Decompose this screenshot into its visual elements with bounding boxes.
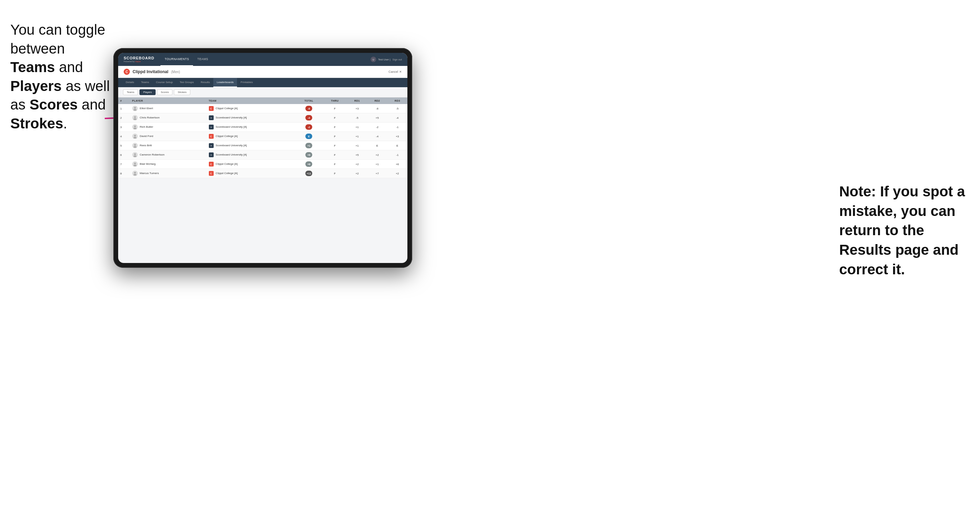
player-avatar — [132, 115, 138, 121]
sub-tab-tee-groups[interactable]: Tee Groups — [176, 78, 197, 87]
team-name: Clippd College [A] — [216, 135, 238, 138]
navbar-tab-teams[interactable]: TEAMS — [193, 53, 212, 66]
team-name: Scoreboard University [A] — [216, 116, 247, 119]
table-row: 2 Chris Robertson ≡ Scoreboard Universit… — [118, 113, 407, 122]
player-name: Rees Britt — [140, 144, 152, 147]
navbar: SCOREBOARD Powered by clippd TOURNAMENTS… — [118, 53, 407, 66]
tournament-name: C Clippd Invitational (Men) — [124, 69, 180, 75]
player-avatar — [132, 124, 138, 130]
total-badge: +1 — [305, 143, 312, 148]
player-avatar — [132, 171, 138, 176]
right-annotation: Note: If you spot a mistake, you can ret… — [839, 182, 970, 279]
player-rd3: E — [387, 141, 407, 150]
player-rank: 3 — [118, 122, 130, 132]
sub-tab-leaderboards[interactable]: Leaderboards — [213, 78, 237, 87]
left-annotation: You can toggle between Teams and Players… — [10, 21, 110, 133]
player-rank: 4 — [118, 132, 130, 141]
sub-navigation: Details Teams Course Setup Tee Groups Re… — [118, 78, 407, 87]
sub-tab-details[interactable]: Details — [122, 78, 137, 87]
svg-point-12 — [134, 156, 136, 157]
strokes-bold: Strokes — [10, 115, 63, 132]
player-rd3: +3 — [387, 132, 407, 141]
logo-title: SCOREBOARD — [124, 56, 154, 60]
table-row: 4 David Ford C Clippd College [A] EF+1-4… — [118, 132, 407, 141]
player-thru: F — [323, 141, 347, 150]
player-avatar — [132, 152, 138, 157]
svg-point-16 — [134, 174, 136, 176]
player-total: -2 — [296, 122, 323, 132]
svg-point-2 — [134, 109, 136, 111]
player-avatar — [132, 161, 138, 167]
player-thru: F — [323, 132, 347, 141]
svg-point-5 — [134, 125, 136, 127]
player-rd1: -5 — [347, 113, 367, 122]
sub-tab-results[interactable]: Results — [197, 78, 213, 87]
player-rd1: +3 — [347, 104, 367, 113]
player-avatar — [132, 143, 138, 148]
player-rd1: +1 — [347, 132, 367, 141]
svg-point-8 — [134, 137, 136, 139]
sub-tab-course-setup[interactable]: Course Setup — [153, 78, 176, 87]
total-badge: +6 — [305, 152, 312, 157]
toggle-teams-button[interactable]: Teams — [123, 89, 138, 95]
svg-point-6 — [134, 128, 136, 129]
player-rank: 5 — [118, 141, 130, 150]
team-logo: C — [209, 162, 214, 167]
player-rd2: +1 — [367, 160, 387, 169]
tournament-title: Clippd Invitational — [133, 69, 168, 74]
toggle-strokes-button[interactable]: Strokes — [174, 89, 190, 95]
player-team: C Clippd College [A] — [207, 160, 296, 169]
col-rank: # — [118, 97, 130, 104]
cancel-button[interactable]: Cancel ✕ — [388, 70, 402, 73]
col-player: PLAYER — [130, 97, 207, 104]
col-rd1: RD1 — [347, 97, 367, 104]
player-rd1: +1 — [347, 122, 367, 132]
player-team: C Clippd College [A] — [207, 104, 296, 113]
navbar-user: U Test User | Sign out — [371, 57, 402, 62]
player-thru: F — [323, 113, 347, 122]
svg-point-9 — [134, 144, 136, 146]
leaderboard-table: # PLAYER TEAM TOTAL THRU RD1 RD2 RD3 1 — [118, 97, 407, 263]
player-thru: F — [323, 150, 347, 160]
table-row: 8 Marcus Turners C Clippd College [A] +1… — [118, 169, 407, 178]
svg-point-11 — [134, 154, 136, 155]
svg-point-13 — [134, 163, 136, 165]
sign-out-link[interactable]: Sign out — [392, 58, 402, 61]
player-rank: 8 — [118, 169, 130, 178]
col-rd3: RD3 — [387, 97, 407, 104]
sub-tab-printables[interactable]: Printables — [237, 78, 256, 87]
player-name: David Ford — [140, 135, 153, 138]
player-name-cell: Rich Butler — [130, 122, 207, 132]
svg-point-14 — [134, 165, 136, 167]
player-rd3: +6 — [387, 160, 407, 169]
sub-tab-teams[interactable]: Teams — [137, 78, 153, 87]
player-rank: 6 — [118, 150, 130, 160]
player-rd1: +2 — [347, 169, 367, 178]
player-thru: F — [323, 122, 347, 132]
table-row: 7 Blair McHarg C Clippd College [A] +6F+… — [118, 160, 407, 169]
navbar-tabs: TOURNAMENTS TEAMS — [161, 53, 370, 66]
toggle-scores-button[interactable]: Scores — [157, 89, 172, 95]
player-name: Chris Robertson — [140, 116, 160, 119]
tournament-header: C Clippd Invitational (Men) Cancel ✕ — [118, 66, 407, 78]
player-rd2: E — [367, 141, 387, 150]
navbar-tab-tournaments[interactable]: TOURNAMENTS — [161, 53, 193, 66]
player-rd2: -4 — [367, 132, 387, 141]
tournament-gender: (Men) — [171, 70, 180, 74]
player-avatar — [132, 106, 138, 111]
player-total: +11 — [296, 169, 323, 178]
player-rd1: +1 — [347, 141, 367, 150]
player-total: E — [296, 132, 323, 141]
player-rank: 1 — [118, 104, 130, 113]
player-team: ≡ Scoreboard University [A] — [207, 113, 296, 122]
toggle-players-button[interactable]: Players — [140, 89, 156, 95]
player-rd2: -2 — [367, 122, 387, 132]
scores-bold: Scores — [30, 97, 78, 113]
team-logo: C — [209, 134, 214, 139]
user-name: Test User | — [378, 58, 391, 61]
team-logo: C — [209, 171, 214, 176]
team-name: Clippd College [A] — [216, 171, 238, 175]
logo-sub: Powered by clippd — [124, 60, 154, 62]
team-name: Scoreboard University [A] — [216, 153, 247, 156]
total-badge: -4 — [305, 115, 312, 121]
